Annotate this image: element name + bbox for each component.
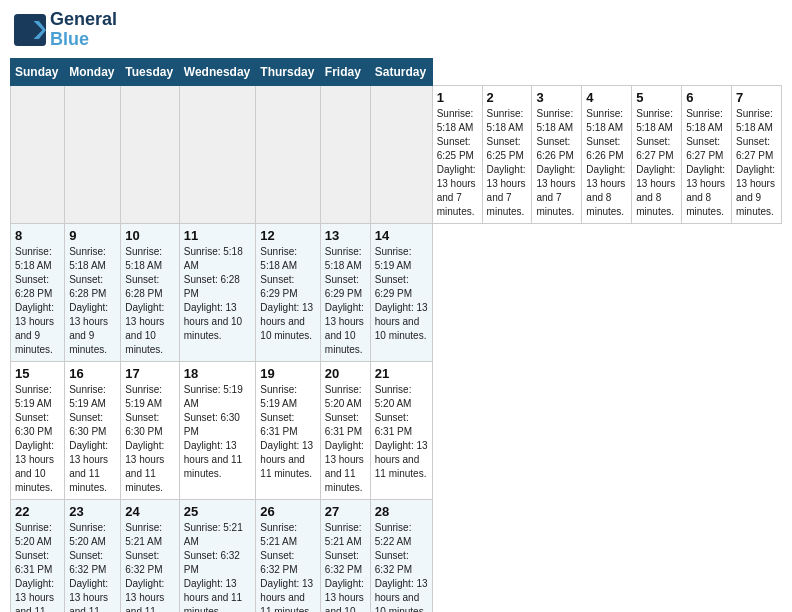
day-info: Sunrise: 5:21 AMSunset: 6:32 PMDaylight:…	[184, 521, 252, 612]
calendar-table: SundayMondayTuesdayWednesdayThursdayFrid…	[10, 58, 782, 612]
calendar-cell	[65, 85, 121, 223]
day-number: 25	[184, 504, 252, 519]
day-info: Sunrise: 5:18 AMSunset: 6:29 PMDaylight:…	[260, 245, 316, 343]
weekday-header-saturday: Saturday	[370, 58, 432, 85]
weekday-header-tuesday: Tuesday	[121, 58, 179, 85]
calendar-cell: 12Sunrise: 5:18 AMSunset: 6:29 PMDayligh…	[256, 223, 321, 361]
calendar-week-row: 8Sunrise: 5:18 AMSunset: 6:28 PMDaylight…	[11, 223, 782, 361]
day-info: Sunrise: 5:20 AMSunset: 6:31 PMDaylight:…	[325, 383, 366, 495]
day-number: 1	[437, 90, 478, 105]
calendar-cell: 6Sunrise: 5:18 AMSunset: 6:27 PMDaylight…	[682, 85, 732, 223]
calendar-cell: 27Sunrise: 5:21 AMSunset: 6:32 PMDayligh…	[320, 499, 370, 612]
day-number: 5	[636, 90, 677, 105]
calendar-cell: 1Sunrise: 5:18 AMSunset: 6:25 PMDaylight…	[432, 85, 482, 223]
calendar-cell: 19Sunrise: 5:19 AMSunset: 6:31 PMDayligh…	[256, 361, 321, 499]
logo: General Blue	[14, 10, 117, 50]
day-number: 21	[375, 366, 428, 381]
day-info: Sunrise: 5:18 AMSunset: 6:29 PMDaylight:…	[325, 245, 366, 357]
calendar-week-row: 22Sunrise: 5:20 AMSunset: 6:31 PMDayligh…	[11, 499, 782, 612]
calendar-cell: 20Sunrise: 5:20 AMSunset: 6:31 PMDayligh…	[320, 361, 370, 499]
day-info: Sunrise: 5:19 AMSunset: 6:29 PMDaylight:…	[375, 245, 428, 343]
day-number: 6	[686, 90, 727, 105]
calendar-cell: 26Sunrise: 5:21 AMSunset: 6:32 PMDayligh…	[256, 499, 321, 612]
page-header: General Blue	[10, 10, 782, 50]
day-info: Sunrise: 5:18 AMSunset: 6:28 PMDaylight:…	[125, 245, 174, 357]
day-info: Sunrise: 5:18 AMSunset: 6:28 PMDaylight:…	[184, 245, 252, 343]
day-info: Sunrise: 5:18 AMSunset: 6:25 PMDaylight:…	[487, 107, 528, 219]
calendar-cell: 5Sunrise: 5:18 AMSunset: 6:27 PMDaylight…	[632, 85, 682, 223]
day-number: 12	[260, 228, 316, 243]
calendar-cell: 13Sunrise: 5:18 AMSunset: 6:29 PMDayligh…	[320, 223, 370, 361]
day-info: Sunrise: 5:19 AMSunset: 6:31 PMDaylight:…	[260, 383, 316, 481]
day-info: Sunrise: 5:18 AMSunset: 6:26 PMDaylight:…	[536, 107, 577, 219]
calendar-cell: 11Sunrise: 5:18 AMSunset: 6:28 PMDayligh…	[179, 223, 256, 361]
day-number: 19	[260, 366, 316, 381]
calendar-cell: 3Sunrise: 5:18 AMSunset: 6:26 PMDaylight…	[532, 85, 582, 223]
day-info: Sunrise: 5:21 AMSunset: 6:32 PMDaylight:…	[260, 521, 316, 612]
day-number: 4	[586, 90, 627, 105]
day-number: 2	[487, 90, 528, 105]
calendar-cell	[121, 85, 179, 223]
day-info: Sunrise: 5:22 AMSunset: 6:32 PMDaylight:…	[375, 521, 428, 612]
day-info: Sunrise: 5:18 AMSunset: 6:28 PMDaylight:…	[15, 245, 60, 357]
calendar-cell: 7Sunrise: 5:18 AMSunset: 6:27 PMDaylight…	[732, 85, 782, 223]
calendar-cell	[370, 85, 432, 223]
calendar-cell: 4Sunrise: 5:18 AMSunset: 6:26 PMDaylight…	[582, 85, 632, 223]
day-info: Sunrise: 5:21 AMSunset: 6:32 PMDaylight:…	[325, 521, 366, 612]
day-number: 13	[325, 228, 366, 243]
day-info: Sunrise: 5:18 AMSunset: 6:27 PMDaylight:…	[686, 107, 727, 219]
day-number: 22	[15, 504, 60, 519]
day-number: 16	[69, 366, 116, 381]
svg-rect-0	[14, 14, 46, 46]
calendar-cell: 14Sunrise: 5:19 AMSunset: 6:29 PMDayligh…	[370, 223, 432, 361]
calendar-cell: 28Sunrise: 5:22 AMSunset: 6:32 PMDayligh…	[370, 499, 432, 612]
calendar-cell	[256, 85, 321, 223]
calendar-cell: 9Sunrise: 5:18 AMSunset: 6:28 PMDaylight…	[65, 223, 121, 361]
calendar-cell: 25Sunrise: 5:21 AMSunset: 6:32 PMDayligh…	[179, 499, 256, 612]
calendar-cell	[320, 85, 370, 223]
calendar-cell: 8Sunrise: 5:18 AMSunset: 6:28 PMDaylight…	[11, 223, 65, 361]
calendar-cell: 18Sunrise: 5:19 AMSunset: 6:30 PMDayligh…	[179, 361, 256, 499]
logo-text: General Blue	[50, 10, 117, 50]
calendar-cell: 16Sunrise: 5:19 AMSunset: 6:30 PMDayligh…	[65, 361, 121, 499]
day-info: Sunrise: 5:19 AMSunset: 6:30 PMDaylight:…	[69, 383, 116, 495]
day-info: Sunrise: 5:20 AMSunset: 6:31 PMDaylight:…	[375, 383, 428, 481]
day-info: Sunrise: 5:18 AMSunset: 6:27 PMDaylight:…	[636, 107, 677, 219]
weekday-header-thursday: Thursday	[256, 58, 321, 85]
calendar-cell: 24Sunrise: 5:21 AMSunset: 6:32 PMDayligh…	[121, 499, 179, 612]
calendar-cell: 15Sunrise: 5:19 AMSunset: 6:30 PMDayligh…	[11, 361, 65, 499]
calendar-cell: 21Sunrise: 5:20 AMSunset: 6:31 PMDayligh…	[370, 361, 432, 499]
day-info: Sunrise: 5:19 AMSunset: 6:30 PMDaylight:…	[125, 383, 174, 495]
calendar-cell: 23Sunrise: 5:20 AMSunset: 6:32 PMDayligh…	[65, 499, 121, 612]
calendar-week-row: 1Sunrise: 5:18 AMSunset: 6:25 PMDaylight…	[11, 85, 782, 223]
calendar-cell	[179, 85, 256, 223]
day-number: 17	[125, 366, 174, 381]
day-number: 28	[375, 504, 428, 519]
day-number: 27	[325, 504, 366, 519]
day-number: 14	[375, 228, 428, 243]
day-number: 8	[15, 228, 60, 243]
day-info: Sunrise: 5:19 AMSunset: 6:30 PMDaylight:…	[15, 383, 60, 495]
day-number: 7	[736, 90, 777, 105]
calendar-cell	[11, 85, 65, 223]
day-info: Sunrise: 5:19 AMSunset: 6:30 PMDaylight:…	[184, 383, 252, 481]
day-info: Sunrise: 5:18 AMSunset: 6:25 PMDaylight:…	[437, 107, 478, 219]
day-number: 23	[69, 504, 116, 519]
day-info: Sunrise: 5:21 AMSunset: 6:32 PMDaylight:…	[125, 521, 174, 612]
day-info: Sunrise: 5:20 AMSunset: 6:32 PMDaylight:…	[69, 521, 116, 612]
day-number: 9	[69, 228, 116, 243]
weekday-header-friday: Friday	[320, 58, 370, 85]
day-number: 10	[125, 228, 174, 243]
day-number: 18	[184, 366, 252, 381]
day-number: 20	[325, 366, 366, 381]
day-number: 11	[184, 228, 252, 243]
calendar-cell: 22Sunrise: 5:20 AMSunset: 6:31 PMDayligh…	[11, 499, 65, 612]
weekday-header-sunday: Sunday	[11, 58, 65, 85]
day-number: 3	[536, 90, 577, 105]
calendar-cell: 10Sunrise: 5:18 AMSunset: 6:28 PMDayligh…	[121, 223, 179, 361]
calendar-week-row: 15Sunrise: 5:19 AMSunset: 6:30 PMDayligh…	[11, 361, 782, 499]
day-info: Sunrise: 5:18 AMSunset: 6:26 PMDaylight:…	[586, 107, 627, 219]
weekday-header-monday: Monday	[65, 58, 121, 85]
day-info: Sunrise: 5:18 AMSunset: 6:28 PMDaylight:…	[69, 245, 116, 357]
weekday-header-row: SundayMondayTuesdayWednesdayThursdayFrid…	[11, 58, 782, 85]
